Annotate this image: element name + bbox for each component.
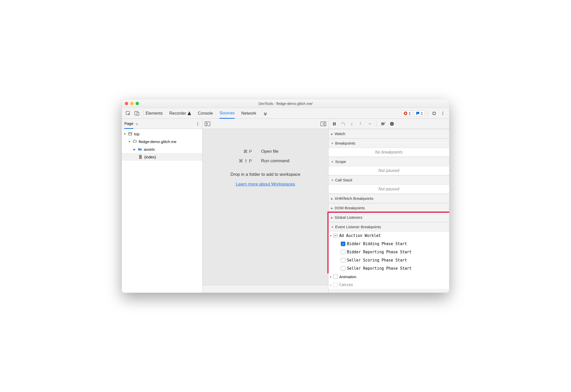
file-tree: top fledge-demo.glitch.me assets	[122, 129, 202, 293]
chevron-down-icon	[123, 132, 126, 136]
folder-icon	[138, 147, 142, 151]
scope-empty: Not paused	[328, 166, 449, 175]
message-badge[interactable]: 1	[414, 111, 425, 116]
error-count: 1	[409, 111, 411, 115]
worklet-group-label: Ad Auction Worklet	[339, 233, 381, 238]
show-debugger-icon[interactable]	[321, 122, 326, 126]
tree-index-label: (index)	[144, 155, 156, 159]
tree-assets-label: assets	[144, 147, 155, 151]
call-stack-empty: Not paused	[328, 185, 449, 194]
section-global-listeners[interactable]: Global Listeners	[328, 213, 449, 222]
open-file-label: Open file	[261, 149, 305, 154]
worklet-item[interactable]: ✓ Bidder Bidding Phase Start	[328, 240, 449, 248]
worklet-item-label: Bidder Bidding Phase Start	[347, 242, 407, 246]
page-tab[interactable]: Page	[124, 119, 133, 129]
svg-rect-2	[137, 112, 139, 115]
section-event-listener-breakpoints[interactable]: Event Listener Breakpoints	[328, 222, 449, 232]
navigator-panel: Page » top	[122, 119, 203, 293]
panel-tabs: Elements Recorder Console Sources Networ…	[146, 108, 268, 119]
tab-recorder-label: Recorder	[169, 111, 186, 116]
navigator-menu-icon[interactable]	[196, 122, 200, 126]
section-dom[interactable]: DOM Breakpoints	[328, 203, 449, 213]
svg-point-7	[442, 114, 443, 115]
elb-canvas[interactable]: Canvas	[328, 281, 449, 289]
svg-rect-17	[333, 122, 334, 125]
worklet-item[interactable]: Bidder Reporting Phase Start	[328, 248, 449, 256]
chevron-right-icon[interactable]: »	[136, 122, 138, 126]
step-out-icon[interactable]	[357, 120, 364, 127]
workspace-hint: Drop in a folder to add to workspace	[230, 172, 300, 177]
checkbox-checked[interactable]: ✓	[341, 242, 345, 246]
chevron-right-icon	[330, 275, 332, 278]
checkbox-indeterminate[interactable]	[333, 233, 338, 238]
worklet-item-label: Seller Reporting Phase Start	[347, 266, 412, 271]
chevron-right-icon	[330, 283, 332, 287]
frame-icon	[128, 132, 133, 136]
checkbox-unchecked[interactable]	[333, 274, 338, 279]
tree-origin[interactable]: fledge-demo.glitch.me	[122, 138, 202, 145]
kebab-menu-icon[interactable]	[438, 110, 447, 117]
checkbox-unchecked[interactable]	[341, 266, 345, 271]
step-into-icon[interactable]	[348, 120, 356, 127]
checkbox-unchecked[interactable]	[341, 258, 345, 263]
tab-recorder[interactable]: Recorder	[169, 108, 191, 119]
svg-rect-25	[392, 123, 392, 124]
checkbox-unchecked[interactable]	[333, 282, 338, 287]
svg-point-19	[344, 124, 345, 125]
run-command-keys: ⌘ ⇧ P	[226, 158, 252, 164]
section-xhr[interactable]: XHR/fetch Breakpoints	[328, 194, 449, 203]
worklet-item[interactable]: Seller Scoring Phase Start	[328, 256, 449, 264]
error-badge[interactable]: 1	[402, 111, 412, 116]
inspect-element-icon[interactable]	[124, 110, 133, 117]
chevron-down-icon	[330, 234, 332, 237]
svg-rect-11	[129, 133, 132, 135]
svg-point-4	[433, 113, 435, 114]
bottom-drawer	[203, 285, 328, 293]
device-toolbar-icon[interactable]	[133, 110, 141, 117]
svg-point-10	[197, 125, 198, 125]
tree-top-label: top	[134, 132, 139, 136]
tab-sources[interactable]: Sources	[219, 108, 235, 119]
pause-icon[interactable]	[331, 120, 338, 127]
svg-rect-18	[335, 122, 336, 125]
workspaces-link[interactable]: Learn more about Workspaces	[236, 182, 295, 187]
svg-point-21	[360, 122, 361, 123]
tab-network[interactable]: Network	[241, 108, 256, 119]
worklet-item[interactable]: Seller Reporting Phase Start	[328, 264, 449, 273]
editor-panel: ⌘ P Open file ⌘ ⇧ P Run command Drop in …	[203, 119, 328, 293]
svg-point-22	[370, 123, 371, 124]
elb-animation-label: Animation	[339, 275, 356, 279]
tab-more[interactable]	[263, 108, 268, 119]
run-command-label: Run command	[261, 158, 305, 164]
tree-top[interactable]: top	[122, 130, 202, 138]
cloud-icon	[133, 139, 137, 144]
worklet-group[interactable]: Ad Auction Worklet	[328, 232, 449, 240]
pause-on-exceptions-icon[interactable]	[388, 120, 396, 127]
svg-point-20	[351, 125, 352, 126]
section-watch[interactable]: Watch	[328, 129, 449, 138]
main-toolbar: Elements Recorder Console Sources Networ…	[122, 108, 449, 119]
message-count: 1	[421, 111, 423, 115]
settings-icon[interactable]	[430, 110, 438, 117]
step-icon[interactable]	[365, 120, 373, 127]
titlebar: DevTools - fledge-demo.glitch.me/	[122, 99, 449, 108]
chevron-down-icon	[128, 140, 131, 143]
step-over-icon[interactable]	[339, 120, 347, 127]
deactivate-breakpoints-icon[interactable]	[379, 120, 387, 127]
worklet-item-label: Bidder Reporting Phase Start	[347, 250, 412, 254]
section-scope[interactable]: Scope	[328, 157, 449, 166]
section-breakpoints[interactable]: Breakpoints	[328, 138, 449, 148]
tab-elements[interactable]: Elements	[146, 108, 163, 119]
section-call-stack[interactable]: Call Stack	[328, 175, 449, 185]
checkbox-unchecked[interactable]	[341, 250, 345, 254]
chevron-right-icon	[133, 147, 136, 151]
elb-canvas-label: Canvas	[339, 282, 353, 287]
tree-assets[interactable]: assets	[122, 145, 202, 153]
svg-point-5	[442, 112, 443, 112]
breakpoints-empty: No breakpoints	[328, 148, 449, 157]
worklet-item-label: Seller Scoring Phase Start	[347, 258, 407, 263]
tree-index[interactable]: (index)	[122, 153, 202, 161]
tab-console[interactable]: Console	[198, 108, 213, 119]
elb-animation[interactable]: Animation	[328, 273, 449, 281]
show-navigator-icon[interactable]	[205, 122, 210, 126]
